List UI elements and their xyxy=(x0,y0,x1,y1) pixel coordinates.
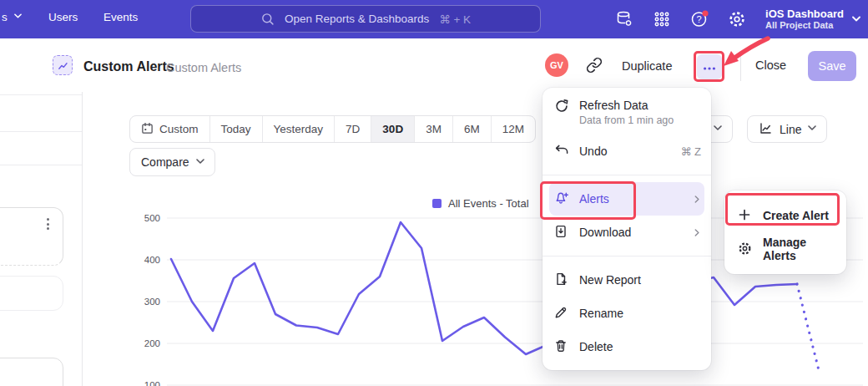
breadcrumb[interactable]: Custom Alerts xyxy=(166,61,241,74)
project-name: iOS Dashboard xyxy=(765,8,844,20)
more-options-button[interactable] xyxy=(697,54,722,79)
svg-text:?: ? xyxy=(697,14,702,24)
query-card[interactable] xyxy=(0,276,63,311)
duplicate-button[interactable]: Duplicate xyxy=(622,59,672,73)
range-6m[interactable]: 6M xyxy=(453,116,492,142)
range-today[interactable]: Today xyxy=(210,116,263,142)
project-scope: All Project Data xyxy=(765,20,844,31)
range-3m[interactable]: 3M xyxy=(415,116,453,142)
query-card[interactable] xyxy=(0,358,63,386)
svg-text:100: 100 xyxy=(144,380,160,386)
trash-icon xyxy=(554,339,569,354)
chevron-down-icon xyxy=(714,125,721,133)
chart-type-button[interactable]: Line xyxy=(747,115,827,143)
range-30d-selected[interactable]: 30D xyxy=(371,116,415,142)
menu-item-rename[interactable]: Rename xyxy=(542,297,711,330)
header-divider xyxy=(740,51,741,81)
menu-item-delete[interactable]: Delete xyxy=(542,330,711,363)
nav-item-boards-partial[interactable]: s xyxy=(2,11,22,23)
range-yesterday[interactable]: Yesterday xyxy=(263,116,336,142)
notification-dot xyxy=(702,10,708,16)
apps-grid-icon[interactable] xyxy=(653,10,671,28)
project-switcher[interactable]: iOS Dashboard All Project Data xyxy=(765,8,860,31)
range-12m[interactable]: 12M xyxy=(492,116,535,142)
menu-item-refresh-data[interactable]: Refresh Data Data from 1 min ago xyxy=(542,94,711,135)
gear-icon xyxy=(738,241,753,256)
search-placeholder: Open Reports & Dashboards xyxy=(285,13,429,25)
close-button[interactable]: Close xyxy=(755,58,786,72)
download-icon xyxy=(554,225,569,240)
submenu-chevron-icon xyxy=(694,229,701,236)
chevron-down-icon xyxy=(14,13,22,21)
report-type-icon xyxy=(53,55,73,75)
avatar[interactable]: GV xyxy=(545,53,568,77)
menu-item-download[interactable]: Download xyxy=(542,216,711,249)
global-search[interactable]: Open Reports & Dashboards ⌘ + K xyxy=(190,5,541,33)
kebab-menu-icon[interactable] xyxy=(47,218,49,230)
svg-text:300: 300 xyxy=(144,297,160,307)
search-shortcut: ⌘ + K xyxy=(439,13,471,26)
search-icon xyxy=(260,12,275,26)
menu-item-alerts[interactable]: Alerts xyxy=(549,182,704,216)
svg-text:500: 500 xyxy=(144,213,160,223)
submenu-chevron-icon xyxy=(694,196,701,203)
chevron-down-icon xyxy=(852,16,860,23)
menu-item-new-report[interactable]: New Report xyxy=(542,263,711,297)
new-report-icon xyxy=(554,272,569,287)
chart-legend: All Events - Total xyxy=(432,197,529,210)
undo-icon xyxy=(554,144,569,159)
help-icon[interactable]: ? xyxy=(690,10,709,28)
query-card[interactable] xyxy=(0,207,63,266)
top-navbar: s Users Events Open Reports & Dashboards… xyxy=(0,0,868,38)
date-range-selector: Custom Today Yesterday 7D 30D 3M 6M 12M xyxy=(129,115,536,143)
chevron-down-icon xyxy=(196,159,204,166)
compare-button[interactable]: Compare xyxy=(129,148,215,176)
svg-text:400: 400 xyxy=(144,255,160,265)
settings-gear-icon[interactable] xyxy=(728,10,746,28)
save-button[interactable]: Save xyxy=(808,51,856,81)
chevron-down-icon xyxy=(808,125,815,133)
undo-shortcut: ⌘ Z xyxy=(680,145,701,158)
legend-label: All Events - Total xyxy=(448,197,529,210)
ellipsis-icon xyxy=(702,59,717,74)
page-title: Custom Alerts xyxy=(83,59,174,74)
copy-link-icon[interactable] xyxy=(586,57,603,74)
legend-swatch xyxy=(432,199,442,208)
sidebar-divider xyxy=(0,131,82,132)
alerts-submenu: Create Alert Manage Alerts xyxy=(724,190,846,274)
submenu-item-create-alert[interactable]: Create Alert xyxy=(724,199,846,232)
menu-divider xyxy=(542,175,711,175)
data-management-icon[interactable] xyxy=(615,10,633,28)
menu-item-undo[interactable]: Undo ⌘ Z xyxy=(542,135,711,168)
pencil-icon xyxy=(554,306,569,321)
bell-plus-icon xyxy=(554,191,569,206)
refresh-icon xyxy=(554,99,569,114)
submenu-item-manage-alerts[interactable]: Manage Alerts xyxy=(724,232,846,266)
context-menu: Refresh Data Data from 1 min ago Undo ⌘ … xyxy=(542,88,711,370)
nav-item-events[interactable]: Events xyxy=(103,11,138,23)
svg-text:200: 200 xyxy=(144,338,160,348)
plus-icon xyxy=(738,208,753,223)
range-custom[interactable]: Custom xyxy=(130,116,210,142)
nav-item-users[interactable]: Users xyxy=(48,11,78,23)
sidebar-divider xyxy=(0,94,82,95)
menu-divider xyxy=(542,256,711,256)
query-builder-sidebar xyxy=(0,92,83,386)
refresh-status: Data from 1 min ago xyxy=(579,114,674,126)
calendar-icon xyxy=(141,122,154,137)
line-chart-icon xyxy=(759,121,773,138)
sidebar-divider xyxy=(0,165,82,165)
range-7d[interactable]: 7D xyxy=(335,116,371,142)
